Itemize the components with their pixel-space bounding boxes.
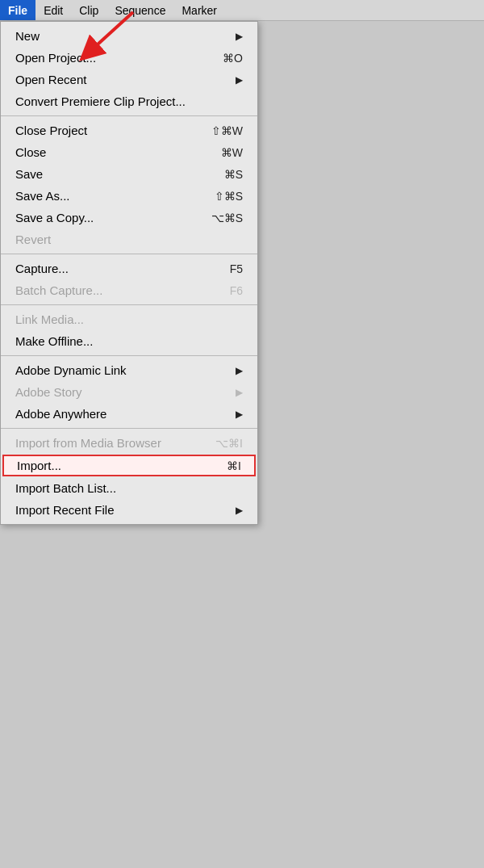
menu-item-close[interactable]: Close ⌘W [1,141,257,163]
menu-item-open-recent[interactable]: Open Recent ▶ [1,69,257,90]
menu-item-save[interactable]: Save ⌘S [1,163,257,185]
menu-item-open-project[interactable]: Open Project... ⌘O [1,47,257,69]
menu-group-6: Import from Media Browser ⌥⌘I Import... … [1,429,257,524]
menu-item-import-batch-list[interactable]: Import Batch List... [1,477,257,499]
menu-item-make-offline[interactable]: Make Offline... [1,330,257,352]
menu-group-2: Close Project ⇧⌘W Close ⌘W Save ⌘S Save … [1,116,257,254]
menu-item-import-from-media-browser: Import from Media Browser ⌥⌘I [1,432,257,454]
menubar-sequence[interactable]: Sequence [106,0,173,20]
file-dropdown-menu: New ▶ Open Project... ⌘O Open Recent ▶ C… [0,21,258,525]
menu-item-save-copy[interactable]: Save a Copy... ⌥⌘S [1,207,257,229]
menu-item-import[interactable]: Import... ⌘I [2,455,256,476]
menu-item-batch-capture: Batch Capture... F6 [1,279,257,301]
menu-item-link-media: Link Media... [1,308,257,330]
menu-item-adobe-story: Adobe Story ▶ [1,381,257,403]
menu-item-adobe-anywhere[interactable]: Adobe Anywhere ▶ [1,403,257,425]
menubar-clip[interactable]: Clip [71,0,106,20]
menu-group-4: Link Media... Make Offline... [1,305,257,356]
menubar-marker[interactable]: Marker [173,0,225,20]
menu-item-new[interactable]: New ▶ [1,25,257,47]
menu-item-import-recent-file[interactable]: Import Recent File ▶ [1,499,257,521]
menu-item-close-project[interactable]: Close Project ⇧⌘W [1,120,257,141]
menubar: File Edit Clip Sequence Marker [0,0,484,21]
menu-item-save-as[interactable]: Save As... ⇧⌘S [1,185,257,207]
menu-item-convert[interactable]: Convert Premiere Clip Project... [1,90,257,112]
menu-group-3: Capture... F5 Batch Capture... F6 [1,254,257,305]
menu-group-1: New ▶ Open Project... ⌘O Open Recent ▶ C… [1,22,257,116]
menu-item-adobe-dynamic-link[interactable]: Adobe Dynamic Link ▶ [1,359,257,381]
menu-item-revert: Revert [1,229,257,250]
menu-item-capture[interactable]: Capture... F5 [1,258,257,279]
menubar-edit[interactable]: Edit [35,0,71,20]
menu-group-5: Adobe Dynamic Link ▶ Adobe Story ▶ Adobe… [1,356,257,429]
menubar-file[interactable]: File [0,0,35,20]
